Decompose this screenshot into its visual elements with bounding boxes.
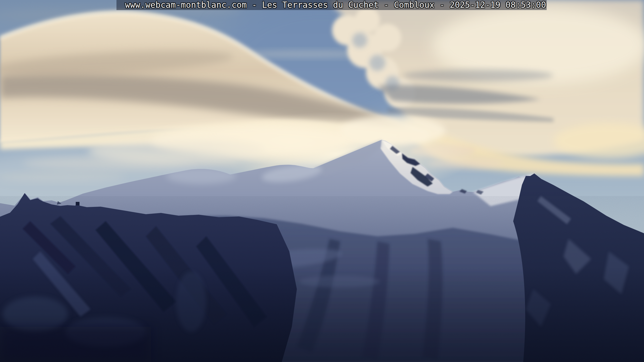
bottom-vignette: [0, 266, 644, 362]
webcam-frame: www.webcam-montblanc.com - Les Terrasses…: [0, 0, 644, 362]
webcam-photo: [0, 0, 644, 362]
timestamp-overlay-bar: www.webcam-montblanc.com - Les Terrasses…: [116, 0, 547, 10]
timestamp-overlay-text: www.webcam-montblanc.com - Les Terrasses…: [125, 0, 546, 10]
